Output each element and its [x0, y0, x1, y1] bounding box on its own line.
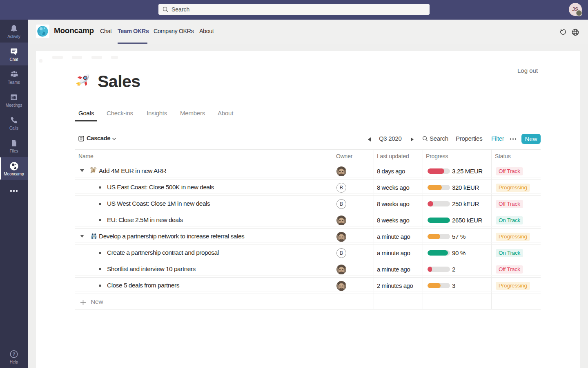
svg-text:?: ?	[13, 352, 16, 357]
